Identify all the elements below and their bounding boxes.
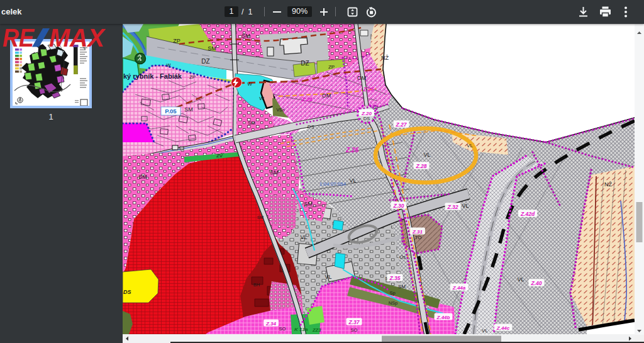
svg-text:Z.25: Z.25 (362, 86, 374, 93)
svg-text:SM: SM (398, 284, 406, 290)
svg-text:Z.35: Z.35 (389, 275, 400, 281)
svg-text:TO: TO (415, 235, 422, 240)
svg-text:SM: SM (248, 120, 255, 126)
svg-text:SM: SM (270, 169, 279, 176)
svg-text:NSp: NSp (389, 300, 398, 306)
svg-text:ZP: ZP (173, 38, 180, 44)
svg-text:SO: SO (351, 327, 358, 333)
svg-text:Z.44a: Z.44a (452, 285, 466, 291)
svg-text:ZV: ZV (216, 153, 223, 159)
svg-text:BH: BH (253, 282, 260, 288)
svg-text:DZ: DZ (301, 60, 309, 67)
svg-text:Z.40: Z.40 (530, 280, 541, 286)
svg-text:SM: SM (208, 45, 216, 52)
svg-text:RE: RE (3, 24, 35, 49)
svg-text:VL: VL (482, 328, 488, 334)
svg-text:ZP: ZP (328, 64, 335, 70)
svg-text:Z.37: Z.37 (348, 319, 360, 325)
svg-text:OM: OM (357, 75, 367, 81)
svg-text:VL: VL (300, 234, 307, 240)
svg-text:SM: SM (138, 174, 147, 180)
svg-text:W: W (247, 81, 252, 87)
svg-text:ZZ3: ZZ3 (312, 327, 321, 333)
svg-text:MAX: MAX (49, 24, 106, 49)
svg-text:SM: SM (184, 106, 193, 113)
svg-text:Os: Os (399, 254, 406, 260)
svg-text:DS: DS (364, 116, 370, 121)
svg-text:Sp: Sp (389, 290, 395, 296)
svg-text:VL: VL (467, 143, 473, 149)
svg-text:Z.26: Z.26 (345, 147, 358, 154)
svg-text:SM: SM (304, 201, 313, 207)
svg-text:OM: OM (322, 93, 331, 99)
svg-text:VSn: VSn (276, 108, 284, 112)
svg-text:SM: SM (242, 33, 250, 39)
svg-text:NŽ: NŽ (604, 181, 612, 188)
svg-text:Z.44b: Z.44b (436, 315, 450, 320)
svg-text:Z.28: Z.28 (415, 163, 426, 169)
svg-text:VL: VL (325, 274, 331, 280)
svg-text:Z.27: Z.27 (395, 121, 407, 128)
svg-text:Z.24: Z.24 (301, 96, 312, 103)
svg-text:VL: VL (517, 276, 524, 283)
svg-text:K 13a: K 13a (294, 327, 308, 332)
svg-text:Z.20: Z.20 (361, 111, 372, 116)
svg-text:W: W (167, 63, 171, 67)
svg-text:Z.34: Z.34 (265, 321, 277, 327)
svg-text:DS: DS (307, 124, 314, 130)
svg-text:Z.44c: Z.44c (496, 325, 510, 331)
svg-text:ký rybník - Fabiák: ký rybník - Fabiák (123, 72, 182, 80)
svg-text:VL: VL (423, 152, 430, 158)
svg-text:ZP: ZP (189, 74, 196, 80)
svg-text:SO: SO (279, 326, 286, 332)
svg-text:W: W (259, 96, 264, 101)
svg-text:DZ: DZ (201, 58, 209, 65)
svg-text:Z.42d: Z.42d (520, 211, 535, 217)
svg-text:VL: VL (462, 203, 469, 209)
svg-text:VL: VL (349, 177, 356, 184)
svg-text:DS: DS (123, 289, 131, 295)
svg-text:1:04:07:054: 1:04:07:054 (319, 181, 347, 187)
svg-text:NŽ: NŽ (381, 55, 389, 61)
svg-text:Z.32: Z.32 (447, 204, 458, 210)
svg-text:P.05: P.05 (165, 108, 177, 115)
svg-text:Z.31: Z.31 (412, 229, 423, 235)
svg-text:Z.30: Z.30 (392, 203, 404, 209)
svg-text:SM: SM (257, 215, 264, 220)
